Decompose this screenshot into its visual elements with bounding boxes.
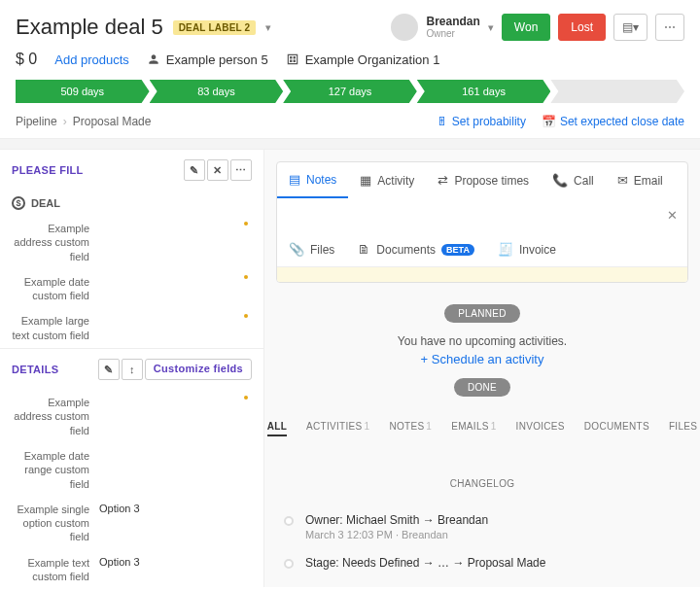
schedule-icon: ⇄ xyxy=(438,173,448,188)
pipeline-stage[interactable] xyxy=(550,80,684,103)
set-close-date-link[interactable]: 📅 Set expected close date xyxy=(542,115,684,128)
done-pill: DONE xyxy=(454,378,510,397)
add-products-link[interactable]: Add products xyxy=(54,52,129,67)
pipeline-stage[interactable]: 83 days xyxy=(150,80,284,103)
pipeline-stage[interactable]: 161 days xyxy=(417,80,551,103)
tab-email[interactable]: ✉Email xyxy=(606,162,675,198)
tab-documents[interactable]: 🗎DocumentsBETA xyxy=(346,232,486,266)
filter-documents[interactable]: DOCUMENTS xyxy=(584,418,649,436)
close-compose-button[interactable]: ✕ xyxy=(657,198,687,232)
calendar-icon: ▦ xyxy=(360,173,371,188)
panel-more-button[interactable]: ⋯ xyxy=(230,159,252,181)
detail-field[interactable]: Example date range custom field xyxy=(0,443,263,497)
deal-value[interactable]: $ 0 xyxy=(16,51,37,68)
owner-role: Owner xyxy=(426,28,479,40)
set-probability-link[interactable]: 🎚 Set probability xyxy=(437,115,526,128)
owner-name: Breandan xyxy=(426,15,479,28)
pipeline-stages: 509 days 83 days 127 days 161 days xyxy=(16,80,684,103)
planned-pill: PLANNED xyxy=(444,304,519,323)
filter-invoices[interactable]: INVOICES xyxy=(516,418,565,436)
deal-icon: $ xyxy=(12,196,25,210)
fill-field[interactable]: Example date custom field xyxy=(0,269,263,309)
invoice-icon: 🧾 xyxy=(498,242,513,257)
building-icon xyxy=(286,52,299,66)
detail-field[interactable]: Example text custom fieldOption 3 xyxy=(0,550,263,587)
email-icon: ✉ xyxy=(617,173,628,188)
warning-dot-icon xyxy=(244,222,248,226)
tab-call[interactable]: 📞Call xyxy=(541,162,606,198)
filter-activities[interactable]: ACTIVITIES1 xyxy=(306,418,369,436)
note-icon: ▤ xyxy=(289,172,300,187)
filter-emails[interactable]: EMAILS1 xyxy=(451,418,496,436)
contact-person-name: Example person 5 xyxy=(166,52,268,67)
timeline-title: Stage: Needs Defined → … → Proposal Made xyxy=(305,556,545,570)
won-button[interactable]: Won xyxy=(502,14,550,41)
tab-files[interactable]: 📎Files xyxy=(277,232,346,266)
calendar-icon: 📅 xyxy=(542,115,556,128)
deal-section-header: $ DEAL xyxy=(0,191,263,216)
compose-card: ▤Notes ▦Activity ⇄Propose times 📞Call ✉E… xyxy=(276,161,688,283)
owner-avatar[interactable] xyxy=(391,14,418,41)
warning-dot-icon xyxy=(244,396,248,400)
note-editor[interactable] xyxy=(277,267,687,283)
tab-invoice[interactable]: 🧾Invoice xyxy=(486,232,568,266)
filter-files[interactable]: FILES xyxy=(669,418,697,436)
phone-icon: 📞 xyxy=(552,173,568,188)
filter-changelog[interactable]: CHANGELOG xyxy=(450,475,515,492)
contact-person[interactable]: Example person 5 xyxy=(147,52,268,67)
timeline-item[interactable]: Stage: Needs Defined → … → Proposal Made xyxy=(284,548,681,577)
tab-propose-times[interactable]: ⇄Propose times xyxy=(426,162,541,198)
beta-badge: BETA xyxy=(441,244,474,256)
no-activities-text: You have no upcoming activities. xyxy=(264,332,700,350)
filter-all[interactable]: ALL xyxy=(267,418,287,436)
timeline-meta: March 3 12:03 PM · Breandan xyxy=(305,529,488,540)
document-icon: 🗎 xyxy=(358,242,370,257)
detail-field[interactable]: Example single option custom fieldOption… xyxy=(0,497,263,550)
sliders-icon: 🎚 xyxy=(437,115,448,128)
pipeline-stage[interactable]: 127 days xyxy=(283,80,417,103)
tab-activity[interactable]: ▦Activity xyxy=(348,162,426,198)
lost-button[interactable]: Lost xyxy=(558,14,606,41)
section-divider xyxy=(0,138,700,150)
customize-fields-button[interactable]: Customize fields xyxy=(145,359,252,380)
fill-field[interactable]: Example address custom field xyxy=(0,216,263,269)
reorder-button[interactable]: ↕ xyxy=(122,359,143,380)
timeline-dot-icon xyxy=(284,559,294,569)
chevron-right-icon: › xyxy=(63,115,67,128)
deal-title: Example deal 5 xyxy=(16,15,163,40)
warning-dot-icon xyxy=(244,314,248,318)
filter-notes[interactable]: NOTES1 xyxy=(389,418,432,436)
owner-chevron-icon[interactable]: ▾ xyxy=(488,21,494,34)
pipeline-stage[interactable]: 509 days xyxy=(16,80,150,103)
timeline-item[interactable]: Owner: Michael Smith → Breandan March 3 … xyxy=(284,505,681,548)
schedule-activity-link[interactable]: + Schedule an activity xyxy=(421,352,544,366)
please-fill-header: PLEASE FILL xyxy=(12,164,84,176)
tab-notes[interactable]: ▤Notes xyxy=(277,162,348,198)
breadcrumb-current: Proposal Made xyxy=(73,115,152,128)
owner-block[interactable]: Breandan Owner xyxy=(426,15,479,40)
breadcrumb-root[interactable]: Pipeline xyxy=(16,115,57,128)
organization[interactable]: Example Organization 1 xyxy=(286,52,440,67)
timeline-dot-icon xyxy=(284,516,294,526)
title-chevron-icon[interactable]: ▾ xyxy=(265,21,271,34)
view-switch-button[interactable]: ▤▾ xyxy=(613,14,648,41)
organization-name: Example Organization 1 xyxy=(305,52,440,67)
timeline-title: Owner: Michael Smith → Breandan xyxy=(305,513,488,527)
edit-button[interactable]: ✎ xyxy=(98,359,120,380)
person-icon xyxy=(147,52,160,66)
edit-button[interactable]: ✎ xyxy=(184,159,205,181)
attachment-icon: 📎 xyxy=(289,242,304,257)
more-button[interactable]: ⋯ xyxy=(655,14,684,41)
deal-label-badge[interactable]: DEAL LABEL 2 xyxy=(173,20,257,35)
detail-field[interactable]: Example address custom field xyxy=(0,390,263,443)
warning-dot-icon xyxy=(244,275,248,279)
details-header: DETAILS xyxy=(12,364,58,375)
fill-field[interactable]: Example large text custom field xyxy=(0,308,263,348)
close-panel-button[interactable]: ✕ xyxy=(207,159,228,181)
